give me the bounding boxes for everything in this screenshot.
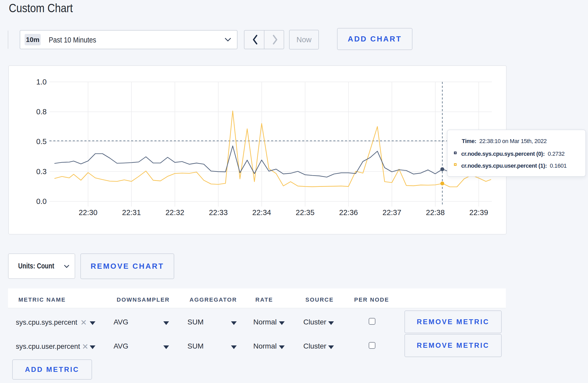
svg-text:22:31: 22:31 xyxy=(122,208,141,217)
svg-text:1.0: 1.0 xyxy=(36,78,47,86)
svg-text:22:34: 22:34 xyxy=(252,208,271,217)
svg-text:22:35: 22:35 xyxy=(296,208,315,217)
svg-text:0.3: 0.3 xyxy=(36,167,47,176)
svg-text:22:32: 22:32 xyxy=(165,208,184,217)
svg-text:22:33: 22:33 xyxy=(209,208,228,217)
svg-text:0.0: 0.0 xyxy=(36,197,47,205)
svg-text:0.5: 0.5 xyxy=(36,137,47,146)
svg-text:22:38: 22:38 xyxy=(426,208,445,217)
svg-text:22:36: 22:36 xyxy=(339,208,358,217)
svg-text:0.8: 0.8 xyxy=(36,108,47,116)
svg-text:22:37: 22:37 xyxy=(382,208,401,217)
svg-text:22:39: 22:39 xyxy=(469,208,488,217)
svg-text:22:30: 22:30 xyxy=(79,208,97,217)
